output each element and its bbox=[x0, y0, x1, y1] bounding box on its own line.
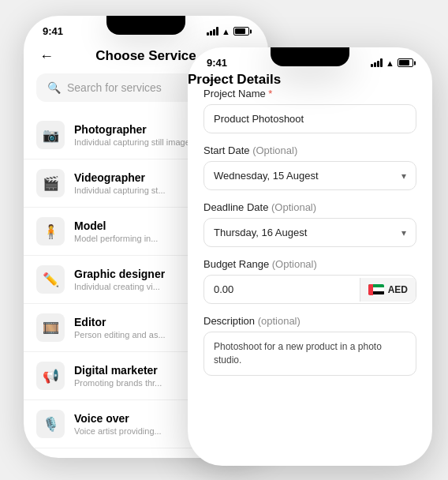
search-input[interactable]: Search for services bbox=[67, 81, 162, 94]
description-field: Description (optional) Photoshoot for a … bbox=[203, 315, 416, 376]
project-name-field: Project Name * Product Photoshoot bbox=[203, 88, 416, 133]
front-status-icons: ▲ bbox=[371, 58, 413, 68]
signal-icon bbox=[207, 27, 218, 36]
front-signal-icon bbox=[371, 58, 383, 67]
start-date-chevron-icon: ▾ bbox=[401, 171, 406, 182]
front-page-title: Project Details bbox=[188, 72, 281, 87]
front-wifi-icon: ▲ bbox=[386, 58, 394, 68]
service-icon: 📷 bbox=[36, 121, 65, 149]
service-icon: 🎞️ bbox=[36, 313, 65, 342]
budget-input-wrap: 0.00 AED bbox=[203, 275, 416, 304]
deadline-date-select[interactable]: Thursday, 16 Augest ▾ bbox=[203, 218, 416, 247]
project-name-label: Project Name * bbox=[203, 88, 416, 99]
start-date-label: Start Date (Optional) bbox=[203, 144, 416, 156]
back-arrow-button[interactable]: ← bbox=[39, 48, 54, 65]
project-name-input[interactable]: Product Photoshoot bbox=[203, 104, 416, 133]
budget-range-field: Budget Range (Optional) 0.00 AED bbox=[203, 258, 416, 304]
description-label: Description (optional) bbox=[203, 315, 416, 327]
back-page-title: Choose Service bbox=[95, 48, 196, 64]
start-date-select[interactable]: Wednesday, 15 Augest ▾ bbox=[203, 161, 416, 190]
uae-flag-icon bbox=[368, 284, 384, 295]
service-icon: 🎬 bbox=[36, 169, 65, 197]
back-status-icons: ▲ bbox=[207, 27, 249, 36]
service-icon: 📢 bbox=[36, 362, 65, 390]
required-asterisk: * bbox=[266, 88, 273, 99]
budget-range-label: Budget Range (Optional) bbox=[203, 258, 416, 270]
budget-input[interactable]: 0.00 bbox=[204, 276, 360, 303]
deadline-date-label: Deadline Date (Optional) bbox=[203, 201, 416, 213]
front-back-arrow-button[interactable]: ← bbox=[203, 72, 218, 88]
deadline-date-chevron-icon: ▾ bbox=[401, 227, 406, 238]
front-time: 9:41 bbox=[207, 57, 227, 69]
front-phone: 9:41 ▲ ← Project Details Project Name * … bbox=[188, 47, 432, 466]
back-time: 9:41 bbox=[43, 25, 63, 37]
service-icon: 🧍 bbox=[36, 217, 65, 246]
front-phone-notch bbox=[271, 47, 349, 66]
back-phone-notch bbox=[106, 16, 185, 35]
front-header: ← Project Details bbox=[188, 72, 432, 88]
start-date-field: Start Date (Optional) Wednesday, 15 Auge… bbox=[203, 144, 416, 190]
service-icon: ✏️ bbox=[36, 265, 65, 294]
project-details-form: Project Name * Product Photoshoot Start … bbox=[188, 88, 432, 387]
service-icon: 🎙️ bbox=[36, 410, 65, 438]
currency-badge: AED bbox=[360, 278, 416, 302]
wifi-icon: ▲ bbox=[222, 27, 230, 36]
start-date-value: Wednesday, 15 Augest bbox=[214, 170, 319, 182]
description-input[interactable]: Photoshoot for a new product in a photo … bbox=[203, 332, 416, 376]
deadline-date-field: Deadline Date (Optional) Thursday, 16 Au… bbox=[203, 201, 416, 247]
search-icon: 🔍 bbox=[47, 81, 61, 94]
deadline-date-value: Thursday, 16 Augest bbox=[214, 227, 307, 238]
battery-icon bbox=[233, 27, 249, 36]
front-battery-icon bbox=[398, 58, 413, 67]
currency-label: AED bbox=[388, 284, 408, 295]
